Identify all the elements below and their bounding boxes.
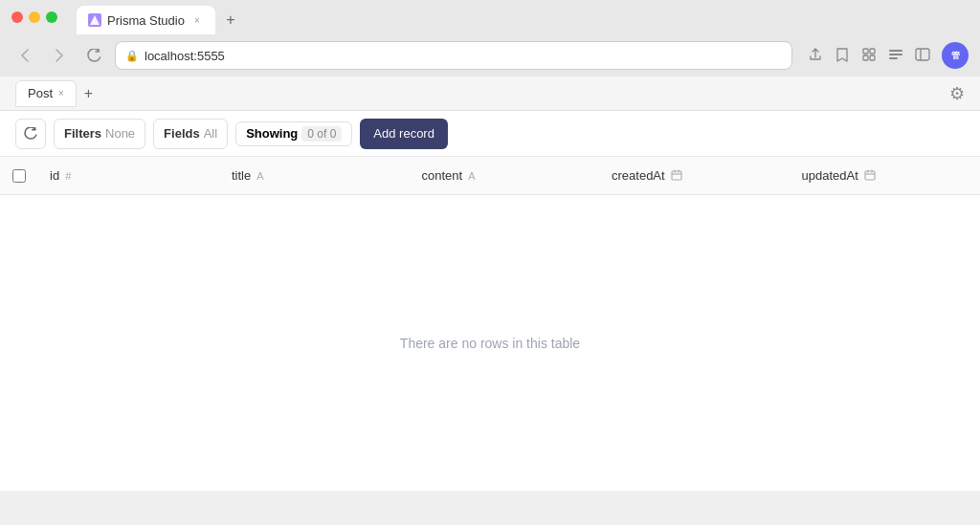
app-settings-icon[interactable]: ⚙ — [949, 83, 965, 104]
col-id-label: id — [50, 168, 59, 183]
browser-tab-prisma[interactable]: Prisma Studio × — [77, 6, 215, 34]
bookmark-icon[interactable] — [835, 47, 850, 65]
app-tab-close[interactable]: × — [58, 88, 64, 98]
browser-tab-bar: Prisma Studio × + — [65, 0, 256, 34]
svg-rect-8 — [916, 49, 929, 60]
svg-rect-4 — [870, 55, 875, 60]
col-createdat-label: createdAt — [612, 168, 665, 183]
add-record-button[interactable]: Add record — [360, 119, 448, 149]
column-header-updatedat[interactable]: updatedAt — [791, 168, 981, 183]
address-text: localhost:5555 — [145, 49, 225, 63]
select-all-checkbox[interactable] — [12, 169, 26, 183]
showing-count: 0 of 0 — [301, 126, 342, 142]
svg-rect-10 — [672, 171, 681, 180]
showing-label: Showing — [246, 126, 298, 141]
svg-rect-14 — [865, 171, 875, 180]
app-tab-strip: Post × + ⚙ — [0, 77, 980, 111]
filters-button[interactable]: Filters None — [54, 119, 145, 149]
reload-button[interactable] — [80, 42, 107, 69]
browser-tab-title: Prisma Studio — [107, 13, 185, 28]
svg-rect-5 — [889, 50, 902, 52]
new-tab-button[interactable]: + — [217, 6, 244, 34]
minimize-window-button[interactable] — [29, 11, 40, 23]
tab-search-icon[interactable] — [888, 47, 903, 65]
browser-tab-close[interactable]: × — [190, 13, 204, 27]
svg-rect-7 — [889, 57, 898, 59]
svg-marker-0 — [90, 15, 100, 25]
showing-indicator: Showing 0 of 0 — [235, 121, 352, 146]
sidebar-icon[interactable] — [915, 47, 930, 65]
filters-value: None — [105, 126, 135, 141]
column-header-title[interactable]: title A — [220, 168, 411, 183]
col-updatedat-type-icon — [864, 169, 876, 183]
toolbar: Filters None Fields All Showing 0 of 0 A… — [0, 111, 980, 157]
col-title-label: title — [232, 168, 251, 183]
close-window-button[interactable] — [11, 11, 23, 23]
browser-toolbar-icons: 管 — [808, 42, 969, 69]
prisma-tab-icon — [88, 13, 101, 27]
app-tab-post[interactable]: Post × — [15, 80, 77, 107]
refresh-button[interactable] — [15, 119, 46, 149]
traffic-lights — [11, 11, 57, 23]
lock-icon: 🔒 — [125, 50, 139, 62]
empty-state: There are no rows in this table — [0, 195, 980, 491]
forward-button[interactable] — [46, 42, 73, 69]
fields-button[interactable]: Fields All — [153, 119, 228, 149]
col-content-label: content — [422, 168, 463, 183]
extensions-icon[interactable] — [861, 47, 877, 65]
col-createdat-type-icon — [671, 169, 682, 183]
column-header-id[interactable]: id # — [38, 168, 220, 183]
fullscreen-window-button[interactable] — [46, 11, 57, 23]
svg-rect-3 — [863, 55, 868, 60]
col-title-type-icon: A — [256, 170, 263, 182]
app-new-tab-button[interactable]: + — [77, 85, 100, 102]
column-header-createdat[interactable]: createdAt — [600, 168, 791, 183]
svg-rect-6 — [889, 54, 902, 55]
address-bar[interactable]: 🔒 localhost:5555 — [115, 41, 792, 70]
fields-label: Fields — [164, 126, 200, 141]
fields-value: All — [204, 126, 217, 141]
empty-state-text: There are no rows in this table — [400, 336, 580, 351]
app-tab-label: Post — [28, 86, 53, 100]
svg-rect-1 — [863, 49, 868, 54]
col-content-type-icon: A — [468, 170, 475, 182]
header-checkbox-col — [0, 169, 38, 183]
svg-rect-2 — [870, 49, 875, 54]
col-id-type-icon: # — [65, 170, 71, 182]
share-icon[interactable] — [808, 47, 823, 65]
filters-label: Filters — [64, 126, 101, 141]
profile-button[interactable]: 管 — [942, 42, 969, 69]
table-header: id # title A content A createdAt updated… — [0, 157, 980, 195]
profile-initials: 管 — [951, 50, 960, 62]
column-header-content[interactable]: content A — [411, 168, 601, 183]
back-button[interactable] — [11, 42, 38, 69]
col-updatedat-label: updatedAt — [802, 168, 858, 183]
